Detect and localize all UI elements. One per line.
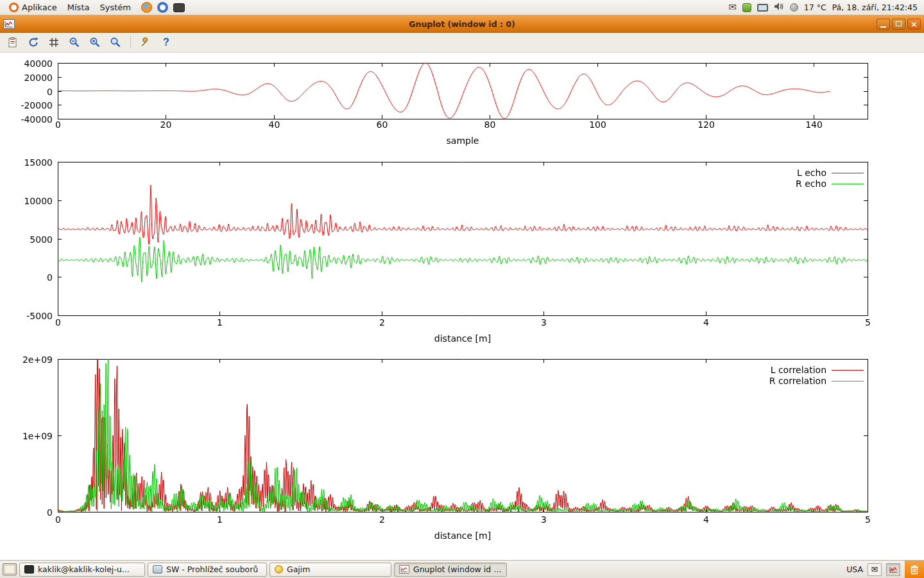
task-terminal[interactable]: kaklik@kaklik-kolej-u... (19, 563, 145, 577)
maximize-icon (896, 21, 902, 26)
help-question-icon: ? (163, 37, 169, 48)
autoscale-button[interactable] (108, 35, 123, 50)
window-controls: × (877, 19, 921, 30)
mail-tray-icon[interactable]: ✉ (868, 563, 882, 576)
task-label: Gajim (287, 565, 310, 574)
top-panel: Aplikace Místa Systém ✉ 17 °C Pá, 18. zá… (0, 0, 924, 15)
task-gnuplot[interactable]: Gnuplot (window id : 0) (394, 563, 507, 577)
menu-system-label: Systém (99, 3, 130, 12)
task-gajim[interactable]: Gajim (270, 563, 391, 577)
help-icon[interactable] (157, 2, 168, 13)
task-label: SW - Prohlížeč souborů (166, 565, 258, 574)
trash-icon[interactable] (905, 561, 924, 578)
panel-tray: ✉ 17 °C Pá, 18. září, 21:42:45 (728, 2, 920, 13)
gnuplot-window: Gnuplot (window id : 0) × ? (0, 15, 924, 560)
screenshot-tool-icon[interactable] (173, 3, 185, 12)
menu-applications-label: Aplikace (22, 3, 57, 12)
minimize-button[interactable] (877, 19, 890, 30)
menu-applications[interactable]: Aplikace (4, 0, 62, 15)
minimize-icon (880, 26, 886, 28)
grid-toggle-button[interactable] (46, 35, 62, 50)
temperature-label[interactable]: 17 °C (804, 3, 826, 12)
keyboard-layout-indicator[interactable]: USA (846, 565, 863, 574)
gnuplot-window-icon (3, 19, 15, 29)
toolbar-separator (130, 36, 131, 49)
help-button[interactable]: ? (158, 35, 174, 50)
close-button[interactable]: × (907, 19, 921, 30)
maximize-button[interactable] (892, 19, 905, 30)
weather-icon (790, 3, 798, 12)
terminal-icon (24, 565, 34, 574)
file-manager-icon (153, 565, 162, 574)
zoom-previous-button[interactable] (67, 35, 82, 50)
zoom-next-button[interactable] (87, 35, 103, 50)
taskbar: kaklik@kaklik-kolej-u... SW - Prohlížeč … (0, 560, 924, 578)
replot-button[interactable] (26, 35, 41, 50)
gajim-icon (275, 565, 283, 574)
show-desktop-icon[interactable] (3, 563, 17, 575)
ubuntu-logo-icon (9, 3, 19, 12)
menu-system[interactable]: Systém (94, 0, 135, 15)
display-icon[interactable] (757, 4, 768, 12)
copy-clipboard-button[interactable] (5, 35, 21, 50)
plot-canvas[interactable] (0, 53, 924, 561)
task-file-manager[interactable]: SW - Prohlížeč souborů (148, 563, 267, 577)
firefox-icon[interactable] (141, 2, 152, 13)
close-icon: × (911, 20, 918, 28)
taskbar-tray: USA ✉ (846, 561, 924, 578)
mail-icon[interactable]: ✉ (728, 3, 737, 12)
gnuplot-icon (399, 565, 409, 574)
menu-places[interactable]: Místa (62, 0, 95, 15)
volume-icon[interactable] (774, 2, 784, 13)
update-icon[interactable] (742, 3, 751, 12)
window-title: Gnuplot (window id : 0) (0, 19, 924, 29)
plot-area (0, 53, 924, 561)
toolbar: ? (0, 33, 924, 53)
clock[interactable]: Pá, 18. září, 21:42:45 (832, 3, 918, 12)
titlebar[interactable]: Gnuplot (window id : 0) × (0, 15, 924, 33)
chart-tray-icon[interactable] (886, 563, 900, 576)
task-label: kaklik@kaklik-kolej-u... (38, 565, 130, 574)
panel-launchers (141, 2, 185, 13)
task-label: Gnuplot (window id : 0) (413, 565, 502, 574)
configure-button[interactable] (138, 35, 153, 50)
menu-places-label: Místa (67, 3, 90, 12)
